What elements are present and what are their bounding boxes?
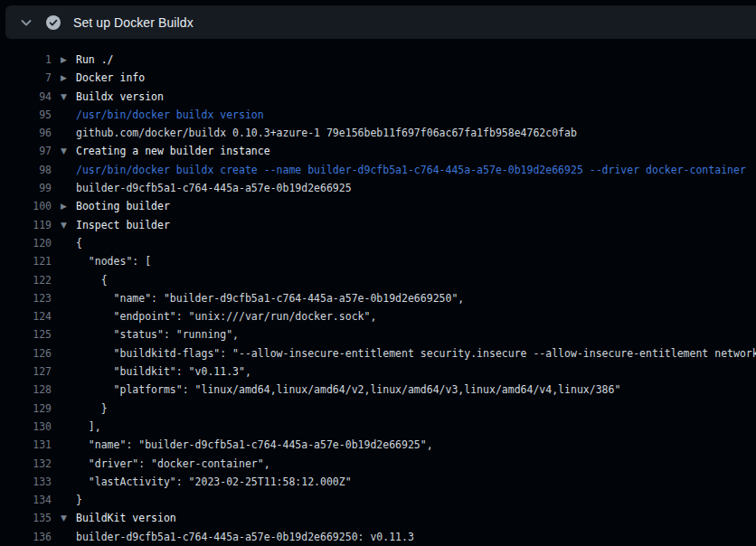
- log-line-text: "name": "builder-d9cfb5a1-c764-445a-a57e…: [76, 436, 433, 454]
- fold-toggle-icon: [52, 473, 76, 491]
- log-line: 133 "lastActivity": "2023-02-25T11:58:12…: [0, 473, 756, 491]
- fold-toggle-icon: [52, 271, 76, 289]
- log-line[interactable]: 7 ▶ Docker info: [0, 69, 756, 87]
- log-line: 125 "status": "running",: [0, 325, 756, 344]
- fold-toggle-icon: [52, 418, 76, 436]
- line-number[interactable]: 127: [0, 362, 52, 381]
- line-number[interactable]: 7: [0, 69, 52, 87]
- log-line: 96 github.com/docker/buildx 0.10.3+azure…: [0, 124, 756, 142]
- log-line-text: Buildx version: [76, 88, 164, 106]
- log-line[interactable]: 94 ▼ Buildx version: [0, 88, 756, 106]
- log-line-text: Booting builder: [76, 197, 170, 215]
- log-line-text: }: [76, 400, 108, 418]
- line-number[interactable]: 123: [0, 289, 52, 307]
- line-number[interactable]: 136: [0, 528, 52, 546]
- fold-toggle-icon: [52, 106, 76, 124]
- line-number[interactable]: 94: [0, 88, 52, 106]
- fold-toggle-icon[interactable]: ▼: [52, 216, 76, 234]
- log-area: 1 ▶ Run ./ 7 ▶ Docker info 94 ▼ Buildx v…: [0, 39, 756, 546]
- fold-toggle-icon: [52, 124, 76, 142]
- log-line-text: {: [76, 271, 108, 289]
- log-line: 128 "platforms": "linux/amd64,linux/amd6…: [0, 381, 756, 399]
- line-number[interactable]: 133: [0, 473, 52, 491]
- fold-toggle-icon[interactable]: ▶: [52, 51, 76, 69]
- log-line[interactable]: 1 ▶ Run ./: [0, 51, 756, 69]
- actions-log-viewer: { "header": { "title": "Set up Docker Bu…: [0, 0, 756, 546]
- step-header[interactable]: Set up Docker Buildx: [5, 5, 756, 39]
- fold-toggle-icon[interactable]: ▶: [52, 197, 76, 215]
- log-line[interactable]: 97 ▼ Creating a new builder instance: [0, 142, 756, 160]
- fold-toggle-icon: [52, 307, 76, 325]
- log-line[interactable]: 119 ▼ Inspect builder: [0, 216, 756, 234]
- log-line-text: /usr/bin/docker buildx version: [76, 106, 264, 124]
- log-line-text: builder-d9cfb5a1-c764-445a-a57e-0b19d2e6…: [76, 528, 414, 546]
- line-number[interactable]: 124: [0, 307, 52, 325]
- fold-toggle-icon[interactable]: ▶: [52, 69, 76, 87]
- log-line-text: "buildkitd-flags": "--allow-insecure-ent…: [76, 344, 756, 362]
- log-line-text: "endpoint": "unix:///var/run/docker.sock…: [76, 307, 376, 325]
- line-number[interactable]: 130: [0, 418, 52, 436]
- line-number[interactable]: 135: [0, 509, 52, 527]
- fold-toggle-icon[interactable]: ▼: [52, 142, 76, 160]
- log-line: 126 "buildkitd-flags": "--allow-insecure…: [0, 344, 756, 362]
- line-number[interactable]: 97: [0, 142, 52, 160]
- line-number[interactable]: 98: [0, 161, 52, 179]
- log-line-text: BuildKit version: [76, 509, 176, 527]
- log-line: 132 "driver": "docker-container",: [0, 455, 756, 473]
- log-line-text: github.com/docker/buildx 0.10.3+azure-1 …: [76, 124, 577, 142]
- log-line-text: /usr/bin/docker buildx create --name bui…: [76, 161, 746, 179]
- fold-toggle-icon: [52, 344, 76, 362]
- log-line-text: Inspect builder: [76, 216, 170, 234]
- line-number[interactable]: 100: [0, 197, 52, 215]
- fold-toggle-icon: [52, 252, 76, 270]
- line-number[interactable]: 125: [0, 325, 52, 344]
- log-line: 99 builder-d9cfb5a1-c764-445a-a57e-0b19d…: [0, 179, 756, 197]
- chevron-down-icon[interactable]: [19, 15, 33, 30]
- log-line[interactable]: 135 ▼ BuildKit version: [0, 509, 756, 527]
- log-line: 136 builder-d9cfb5a1-c764-445a-a57e-0b19…: [0, 528, 756, 546]
- fold-toggle-icon: [52, 436, 76, 454]
- line-number[interactable]: 122: [0, 271, 52, 289]
- line-number[interactable]: 128: [0, 381, 52, 399]
- log-line-text: "status": "running",: [76, 325, 239, 344]
- log-line-text: Docker info: [76, 69, 145, 87]
- log-line-text: Creating a new builder instance: [76, 142, 270, 160]
- log-line-text: "lastActivity": "2023-02-25T11:58:12.000…: [76, 473, 352, 491]
- fold-toggle-icon: [52, 362, 76, 381]
- fold-toggle-icon: [52, 179, 76, 197]
- fold-toggle-icon: [52, 234, 76, 252]
- fold-toggle-icon: [52, 400, 76, 418]
- fold-toggle-icon: [52, 528, 76, 546]
- line-number[interactable]: 119: [0, 216, 52, 234]
- line-number[interactable]: 95: [0, 106, 52, 124]
- line-number[interactable]: 132: [0, 455, 52, 473]
- fold-toggle-icon: [52, 289, 76, 307]
- fold-toggle-icon: [52, 455, 76, 473]
- log-line: 124 "endpoint": "unix:///var/run/docker.…: [0, 307, 756, 325]
- log-line: 123 "name": "builder-d9cfb5a1-c764-445a-…: [0, 289, 756, 307]
- fold-toggle-icon[interactable]: ▼: [52, 88, 76, 106]
- log-line: 122 {: [0, 271, 756, 289]
- fold-toggle-icon[interactable]: ▼: [52, 509, 76, 527]
- log-line: 98 /usr/bin/docker buildx create --name …: [0, 161, 756, 179]
- log-line: 130 ],: [0, 418, 756, 436]
- line-number[interactable]: 129: [0, 400, 52, 418]
- log-line-text: ],: [76, 418, 101, 436]
- line-number[interactable]: 1: [0, 51, 52, 69]
- line-number[interactable]: 99: [0, 179, 52, 197]
- log-line-text: {: [76, 234, 82, 252]
- line-number[interactable]: 120: [0, 234, 52, 252]
- log-line-text: }: [76, 491, 82, 509]
- log-line[interactable]: 100 ▶ Booting builder: [0, 197, 756, 215]
- fold-toggle-icon: [52, 491, 76, 509]
- log-line-text: builder-d9cfb5a1-c764-445a-a57e-0b19d2e6…: [76, 179, 352, 197]
- line-number[interactable]: 121: [0, 252, 52, 270]
- log-line-text: "name": "builder-d9cfb5a1-c764-445a-a57e…: [76, 289, 464, 307]
- line-number[interactable]: 134: [0, 491, 52, 509]
- line-number[interactable]: 96: [0, 124, 52, 142]
- log-line-text: "nodes": [: [76, 252, 151, 270]
- line-number[interactable]: 126: [0, 344, 52, 362]
- log-line: 95 /usr/bin/docker buildx version: [0, 106, 756, 124]
- line-number[interactable]: 131: [0, 436, 52, 454]
- log-line-text: "buildkit": "v0.11.3",: [76, 362, 251, 381]
